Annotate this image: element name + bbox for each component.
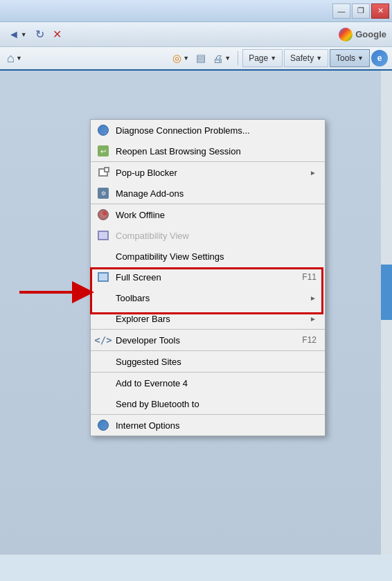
read-mail-icon: ▤	[196, 52, 206, 64]
menu-label-popup: Pop-up Blocker	[116, 168, 296, 178]
offline-icon	[96, 208, 110, 222]
menu-label-toolbars: Toolbars	[116, 293, 296, 303]
close-button[interactable]: ✕	[371, 3, 389, 19]
back-button[interactable]: ◄ ▼	[6, 27, 30, 42]
feeds-button[interactable]: ◎ ▼	[170, 51, 192, 66]
menu-arrow-explorer-bars: ►	[310, 315, 317, 323]
reopen-icon: ↩	[96, 144, 110, 158]
back-dropdown-icon: ▼	[21, 31, 27, 38]
no-icon	[96, 397, 110, 411]
safety-dropdown-icon: ▼	[316, 55, 322, 62]
menu-arrow-toolbars: ►	[310, 294, 317, 302]
internet-icon	[96, 418, 110, 432]
tools-button[interactable]: Tools ▼	[330, 49, 370, 67]
no-icon	[96, 249, 110, 263]
no-icon	[96, 376, 110, 390]
command-bar: ⌂ ▼ ◎ ▼ ▤ 🖨 ▼ Page ▼ Safety ▼ Tools ▼ e	[0, 47, 392, 71]
minimize-button[interactable]: —	[332, 3, 350, 19]
addons-icon: ⚙	[96, 186, 110, 200]
menu-item-internet-options[interactable]: Internet Options	[91, 414, 325, 436]
feeds-icon: ◎	[172, 52, 181, 64]
menu-arrow-popup: ►	[310, 169, 317, 177]
menu-label-diagnose: Diagnose Connection Problems...	[116, 125, 303, 136]
menu-item-bluetooth[interactable]: Send by Bluetooth to	[91, 393, 325, 414]
devtools-icon: </>	[96, 333, 110, 347]
no-icon	[96, 291, 110, 305]
print-button[interactable]: 🖨 ▼	[210, 51, 233, 66]
home-button[interactable]: ⌂ ▼	[4, 50, 25, 67]
menu-item-popup[interactable]: Pop-up Blocker►	[91, 161, 325, 183]
safety-button[interactable]: Safety ▼	[284, 49, 328, 67]
cmd-separator	[238, 51, 238, 65]
menu-item-compat: Compatibility View	[91, 225, 325, 246]
menu-label-explorer-bars: Explorer Bars	[116, 314, 296, 324]
menu-shortcut-devtools: F12	[302, 335, 317, 345]
menu-label-offline: Work Offline	[116, 210, 303, 220]
menu-label-reopen: Reopen Last Browsing Session	[116, 146, 303, 157]
scrollbar-track[interactable]	[381, 71, 392, 555]
menu-item-toolbars[interactable]: Toolbars►	[91, 287, 325, 308]
menu-item-suggested[interactable]: Suggested Sites	[91, 350, 325, 372]
stop-icon: ✕	[53, 28, 62, 41]
menu-item-reopen[interactable]: ↩Reopen Last Browsing Session	[91, 141, 325, 161]
read-mail-button[interactable]: ▤	[193, 51, 208, 66]
menu-label-bluetooth: Send by Bluetooth to	[116, 399, 303, 409]
menu-label-evernote: Add to Evernote 4	[116, 378, 303, 388]
page-button[interactable]: Page ▼	[242, 49, 283, 67]
print-dropdown-icon: ▼	[224, 55, 231, 62]
maximize-button[interactable]: ❐	[352, 3, 370, 19]
menu-label-addons: Manage Add-ons	[116, 188, 303, 199]
menu-item-diagnose[interactable]: Diagnose Connection Problems...	[91, 120, 325, 141]
menu-shortcut-fullscreen: F11	[302, 272, 317, 282]
print-icon: 🖨	[213, 53, 223, 64]
menu-item-evernote[interactable]: Add to Evernote 4	[91, 372, 325, 393]
google-logo: Google	[339, 28, 386, 42]
popup-icon	[96, 166, 110, 179]
compat-icon	[96, 229, 110, 242]
menu-label-fullscreen: Full Screen	[116, 272, 288, 283]
no-icon	[96, 355, 110, 368]
menu-item-compat-settings[interactable]: Compatibility View Settings	[91, 246, 325, 267]
menu-item-addons[interactable]: ⚙Manage Add-ons	[91, 183, 325, 204]
context-menu: Diagnose Connection Problems...↩Reopen L…	[90, 119, 326, 436]
refresh-icon: ↻	[35, 28, 44, 41]
tools-dropdown-icon: ▼	[357, 55, 364, 62]
refresh-button[interactable]: ↻	[33, 26, 47, 42]
menu-item-devtools[interactable]: </>Developer ToolsF12	[91, 329, 325, 350]
fullscreen-icon	[96, 270, 110, 284]
menu-label-compat: Compatibility View	[116, 231, 303, 241]
menu-label-suggested: Suggested Sites	[116, 357, 303, 367]
menu-item-offline[interactable]: Work Offline	[91, 204, 325, 225]
back-icon: ◄	[8, 28, 19, 41]
menu-label-internet-options: Internet Options	[116, 420, 303, 431]
menu-item-fullscreen[interactable]: Full ScreenF11	[91, 267, 325, 287]
home-icon: ⌂	[7, 51, 15, 66]
menu-label-devtools: Developer Tools	[116, 335, 288, 346]
menu-label-compat-settings: Compatibility View Settings	[116, 251, 303, 262]
page-area: Diagnose Connection Problems...↩Reopen L…	[0, 71, 392, 555]
toolbar-area: ◄ ▼ ↻ ✕ Google	[0, 22, 392, 47]
no-icon	[96, 312, 110, 325]
menu-item-explorer-bars[interactable]: Explorer Bars►	[91, 308, 325, 329]
home-dropdown-icon: ▼	[16, 55, 22, 62]
globe-icon	[96, 123, 110, 137]
ie-icon: e	[371, 50, 388, 66]
feeds-dropdown-icon: ▼	[183, 55, 189, 62]
titlebar: — ❐ ✕	[0, 0, 392, 22]
scrollbar-thumb[interactable]	[381, 265, 392, 320]
stop-button[interactable]: ✕	[50, 26, 64, 42]
page-dropdown-icon: ▼	[270, 55, 276, 62]
